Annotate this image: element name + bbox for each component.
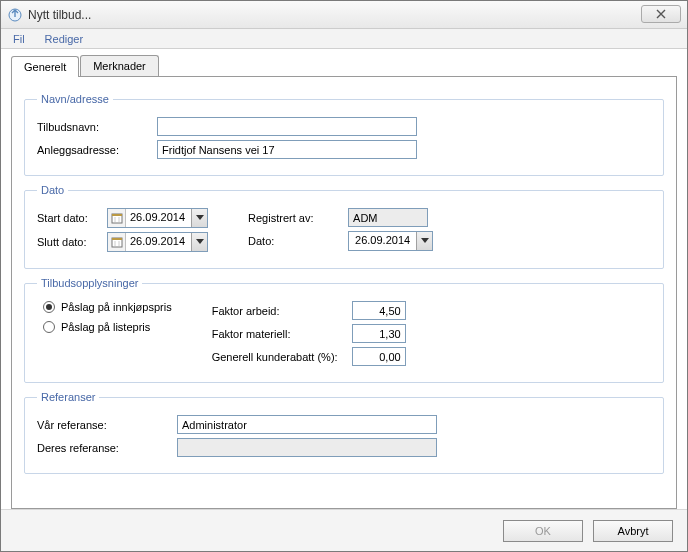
close-button[interactable] (641, 5, 681, 23)
group-offer-info: Tilbudsopplysninger Påslag på innkjøpspr… (24, 277, 664, 383)
calendar-icon (108, 209, 126, 227)
cancel-button-label: Avbryt (618, 525, 649, 537)
site-address-input[interactable] (157, 140, 417, 159)
end-date-value: 26.09.2014 (126, 233, 191, 251)
radio-markup-cost-label: Påslag på innkjøpspris (61, 301, 172, 313)
content-area: Generelt Merknader Navn/adresse Tilbudsn… (1, 49, 687, 509)
svg-rect-2 (112, 214, 122, 216)
ok-button-label: OK (535, 525, 551, 537)
date-label: Dato: (248, 235, 348, 247)
chevron-down-icon (421, 238, 429, 244)
legend-offer-info: Tilbudsopplysninger (37, 277, 142, 289)
our-ref-label: Vår referanse: (37, 419, 177, 431)
tabstrip: Generelt Merknader (11, 55, 677, 76)
radio-dot-icon (43, 301, 55, 313)
start-date-picker[interactable]: 26.09.2014 (107, 208, 208, 228)
discount-input[interactable] (352, 347, 406, 366)
offer-name-input[interactable] (157, 117, 417, 136)
their-ref-label: Deres referanse: (37, 442, 177, 454)
calendar-icon (108, 233, 126, 251)
factor-material-input[interactable] (352, 324, 406, 343)
group-references: Referanser Vår referanse: Deres referans… (24, 391, 664, 474)
our-ref-input[interactable] (177, 415, 437, 434)
end-date-dropdown[interactable] (191, 233, 207, 251)
factor-labor-label: Faktor arbeid: (212, 305, 352, 317)
start-date-label: Start dato: (37, 212, 107, 224)
svg-rect-6 (112, 238, 122, 240)
radio-markup-list-label: Påslag på listepris (61, 321, 150, 333)
dialog-footer: OK Avbryt (1, 509, 687, 551)
radio-dot-icon (43, 321, 55, 333)
their-ref-input (177, 438, 437, 457)
end-date-label: Slutt dato: (37, 236, 107, 248)
chevron-down-icon (196, 239, 204, 245)
ok-button[interactable]: OK (503, 520, 583, 542)
cancel-button[interactable]: Avbryt (593, 520, 673, 542)
app-icon (7, 7, 23, 23)
date-value: 26.09.2014 (349, 232, 416, 250)
window-title: Nytt tilbud... (28, 8, 91, 22)
chevron-down-icon (196, 215, 204, 221)
factor-material-label: Faktor materiell: (212, 328, 352, 340)
tab-notes[interactable]: Merknader (80, 55, 159, 76)
tab-general-label: Generelt (24, 61, 66, 73)
start-date-value: 26.09.2014 (126, 209, 191, 227)
tab-notes-label: Merknader (93, 60, 146, 72)
start-date-dropdown[interactable] (191, 209, 207, 227)
radio-markup-cost[interactable]: Påslag på innkjøpspris (43, 301, 172, 313)
discount-label: Generell kunderabatt (%): (212, 351, 352, 363)
site-address-label: Anleggsadresse: (37, 144, 157, 156)
menu-edit[interactable]: Rediger (41, 32, 88, 46)
registered-by-value (348, 208, 428, 227)
dialog-window: Nytt tilbud... Fil Rediger Generelt Merk… (0, 0, 688, 552)
end-date-picker[interactable]: 26.09.2014 (107, 232, 208, 252)
date-dropdown[interactable] (416, 232, 432, 250)
group-name-address: Navn/adresse Tilbudsnavn: Anleggsadresse… (24, 93, 664, 176)
offer-name-label: Tilbudsnavn: (37, 121, 157, 133)
date-picker[interactable]: 26.09.2014 (348, 231, 433, 251)
group-date: Dato Start dato: 26.09.2014 (24, 184, 664, 269)
menubar: Fil Rediger (1, 29, 687, 49)
tab-general[interactable]: Generelt (11, 56, 79, 77)
close-icon (654, 9, 668, 19)
menu-file[interactable]: Fil (9, 32, 29, 46)
registered-by-label: Registrert av: (248, 212, 348, 224)
legend-references: Referanser (37, 391, 99, 403)
legend-date: Dato (37, 184, 68, 196)
factor-labor-input[interactable] (352, 301, 406, 320)
legend-name-address: Navn/adresse (37, 93, 113, 105)
titlebar: Nytt tilbud... (1, 1, 687, 29)
radio-markup-list[interactable]: Påslag på listepris (43, 321, 172, 333)
tab-pane-general: Navn/adresse Tilbudsnavn: Anleggsadresse… (11, 76, 677, 509)
